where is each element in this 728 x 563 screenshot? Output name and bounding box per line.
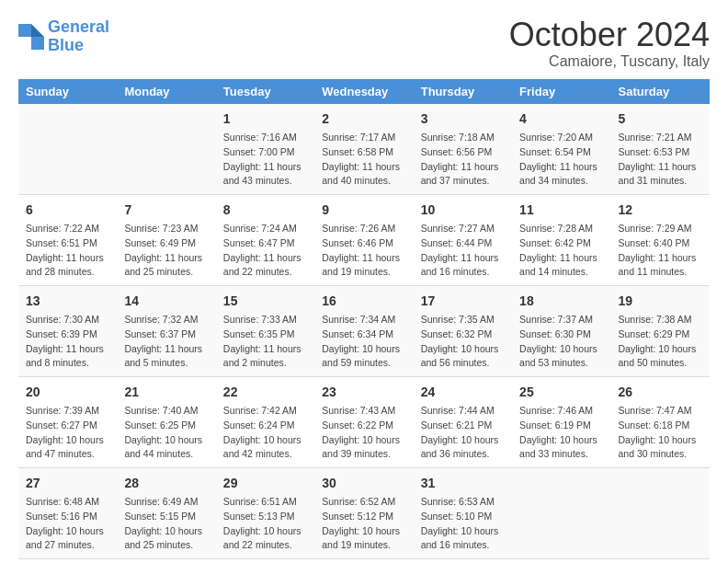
header-saturday: Saturday [611,79,710,104]
day-info: Sunrise: 7:39 AM Sunset: 6:27 PM Dayligh… [26,404,109,462]
day-number: 21 [124,383,208,402]
calendar-cell: 28Sunrise: 6:49 AM Sunset: 5:15 PM Dayli… [117,468,215,559]
header-sunday: Sunday [18,79,117,104]
calendar-cell: 12Sunrise: 7:29 AM Sunset: 6:40 PM Dayli… [611,195,710,286]
calendar-week-row: 27Sunrise: 6:48 AM Sunset: 5:16 PM Dayli… [18,468,710,559]
header-wednesday: Wednesday [314,79,413,104]
location-title: Camaiore, Tuscany, Italy [509,53,710,70]
day-info: Sunrise: 7:35 AM Sunset: 6:32 PM Dayligh… [421,313,505,371]
calendar-cell: 18Sunrise: 7:37 AM Sunset: 6:30 PM Dayli… [512,286,610,377]
calendar-cell: 4Sunrise: 7:20 AM Sunset: 6:54 PM Daylig… [512,104,610,195]
calendar-cell [117,104,215,195]
calendar-cell [18,104,117,195]
day-number: 13 [26,292,109,311]
calendar-cell: 7Sunrise: 7:23 AM Sunset: 6:49 PM Daylig… [117,195,215,286]
calendar-cell: 31Sunrise: 6:53 AM Sunset: 5:10 PM Dayli… [414,468,512,559]
day-number: 30 [322,474,405,493]
svg-rect-1 [31,37,44,50]
day-info: Sunrise: 7:40 AM Sunset: 6:25 PM Dayligh… [124,404,208,462]
calendar-cell: 11Sunrise: 7:28 AM Sunset: 6:42 PM Dayli… [512,195,610,286]
day-number: 5 [619,109,702,129]
calendar-cell: 10Sunrise: 7:27 AM Sunset: 6:44 PM Dayli… [414,195,512,286]
calendar-cell: 20Sunrise: 7:39 AM Sunset: 6:27 PM Dayli… [18,377,117,468]
day-info: Sunrise: 7:42 AM Sunset: 6:24 PM Dayligh… [223,404,307,462]
logo-line2: Blue [48,36,84,54]
day-number: 6 [26,201,109,220]
day-number: 20 [26,383,109,402]
svg-marker-2 [31,24,44,37]
header-friday: Friday [512,79,610,104]
day-number: 3 [421,109,505,129]
calendar-cell: 21Sunrise: 7:40 AM Sunset: 6:25 PM Dayli… [117,377,215,468]
calendar-cell: 27Sunrise: 6:48 AM Sunset: 5:16 PM Dayli… [18,468,117,559]
day-number: 19 [619,292,702,311]
day-number: 22 [223,383,307,402]
day-number: 9 [322,201,405,220]
logo-text: General Blue [48,18,109,55]
day-number: 28 [124,474,208,493]
logo: General Blue [18,18,109,55]
day-info: Sunrise: 7:17 AM Sunset: 6:58 PM Dayligh… [322,131,405,189]
day-number: 17 [421,292,505,311]
day-info: Sunrise: 7:30 AM Sunset: 6:39 PM Dayligh… [26,313,109,371]
calendar-table: SundayMondayTuesdayWednesdayThursdayFrid… [18,79,710,559]
day-info: Sunrise: 6:51 AM Sunset: 5:13 PM Dayligh… [223,495,307,553]
day-number: 18 [519,292,603,311]
calendar-week-row: 13Sunrise: 7:30 AM Sunset: 6:39 PM Dayli… [18,286,710,377]
day-number: 24 [421,383,505,402]
calendar-week-row: 1Sunrise: 7:16 AM Sunset: 7:00 PM Daylig… [18,104,710,195]
day-info: Sunrise: 7:21 AM Sunset: 6:53 PM Dayligh… [619,131,702,189]
calendar-cell: 24Sunrise: 7:44 AM Sunset: 6:21 PM Dayli… [414,377,512,468]
calendar-cell: 5Sunrise: 7:21 AM Sunset: 6:53 PM Daylig… [611,104,710,195]
calendar-cell: 30Sunrise: 6:52 AM Sunset: 5:12 PM Dayli… [314,468,413,559]
day-info: Sunrise: 7:29 AM Sunset: 6:40 PM Dayligh… [619,222,702,280]
calendar-week-row: 6Sunrise: 7:22 AM Sunset: 6:51 PM Daylig… [18,195,710,286]
day-info: Sunrise: 7:44 AM Sunset: 6:21 PM Dayligh… [421,404,505,462]
day-info: Sunrise: 7:26 AM Sunset: 6:46 PM Dayligh… [322,222,405,280]
svg-rect-0 [18,24,31,37]
day-info: Sunrise: 7:18 AM Sunset: 6:56 PM Dayligh… [421,131,505,189]
calendar-cell: 6Sunrise: 7:22 AM Sunset: 6:51 PM Daylig… [18,195,117,286]
day-info: Sunrise: 6:53 AM Sunset: 5:10 PM Dayligh… [421,495,505,553]
day-number: 16 [322,292,405,311]
calendar-cell: 26Sunrise: 7:47 AM Sunset: 6:18 PM Dayli… [611,377,710,468]
day-number: 7 [124,201,208,220]
day-info: Sunrise: 7:37 AM Sunset: 6:30 PM Dayligh… [519,313,603,371]
day-info: Sunrise: 6:52 AM Sunset: 5:12 PM Dayligh… [322,495,405,553]
calendar-cell: 8Sunrise: 7:24 AM Sunset: 6:47 PM Daylig… [216,195,314,286]
day-number: 12 [619,201,702,220]
day-info: Sunrise: 7:34 AM Sunset: 6:34 PM Dayligh… [322,313,405,371]
calendar-cell: 13Sunrise: 7:30 AM Sunset: 6:39 PM Dayli… [18,286,117,377]
calendar-cell: 14Sunrise: 7:32 AM Sunset: 6:37 PM Dayli… [117,286,215,377]
calendar-header-row: SundayMondayTuesdayWednesdayThursdayFrid… [18,79,710,104]
day-info: Sunrise: 7:38 AM Sunset: 6:29 PM Dayligh… [619,313,702,371]
header-thursday: Thursday [414,79,512,104]
calendar-cell: 23Sunrise: 7:43 AM Sunset: 6:22 PM Dayli… [314,377,413,468]
day-info: Sunrise: 7:28 AM Sunset: 6:42 PM Dayligh… [519,222,603,280]
day-info: Sunrise: 7:43 AM Sunset: 6:22 PM Dayligh… [322,404,405,462]
day-info: Sunrise: 7:33 AM Sunset: 6:35 PM Dayligh… [223,313,307,371]
day-info: Sunrise: 7:46 AM Sunset: 6:19 PM Dayligh… [519,404,603,462]
day-number: 10 [421,201,505,220]
day-info: Sunrise: 7:32 AM Sunset: 6:37 PM Dayligh… [124,313,208,371]
day-info: Sunrise: 7:16 AM Sunset: 7:00 PM Dayligh… [223,131,307,189]
page-header: General Blue October 2024 Camaiore, Tusc… [18,18,710,70]
header-tuesday: Tuesday [216,79,314,104]
calendar-cell [611,468,710,559]
calendar-cell: 29Sunrise: 6:51 AM Sunset: 5:13 PM Dayli… [216,468,314,559]
day-info: Sunrise: 6:49 AM Sunset: 5:15 PM Dayligh… [124,495,208,553]
day-info: Sunrise: 7:47 AM Sunset: 6:18 PM Dayligh… [619,404,702,462]
day-info: Sunrise: 6:48 AM Sunset: 5:16 PM Dayligh… [26,495,109,553]
title-block: October 2024 Camaiore, Tuscany, Italy [509,18,710,70]
day-number: 25 [519,383,603,402]
day-number: 29 [223,474,307,493]
calendar-cell: 22Sunrise: 7:42 AM Sunset: 6:24 PM Dayli… [216,377,314,468]
logo-line1: General [48,17,109,36]
day-number: 4 [519,109,603,129]
calendar-cell: 1Sunrise: 7:16 AM Sunset: 7:00 PM Daylig… [216,104,314,195]
calendar-cell: 19Sunrise: 7:38 AM Sunset: 6:29 PM Dayli… [611,286,710,377]
calendar-cell: 9Sunrise: 7:26 AM Sunset: 6:46 PM Daylig… [314,195,413,286]
day-number: 26 [619,383,702,402]
calendar-cell: 15Sunrise: 7:33 AM Sunset: 6:35 PM Dayli… [216,286,314,377]
day-info: Sunrise: 7:24 AM Sunset: 6:47 PM Dayligh… [223,222,307,280]
